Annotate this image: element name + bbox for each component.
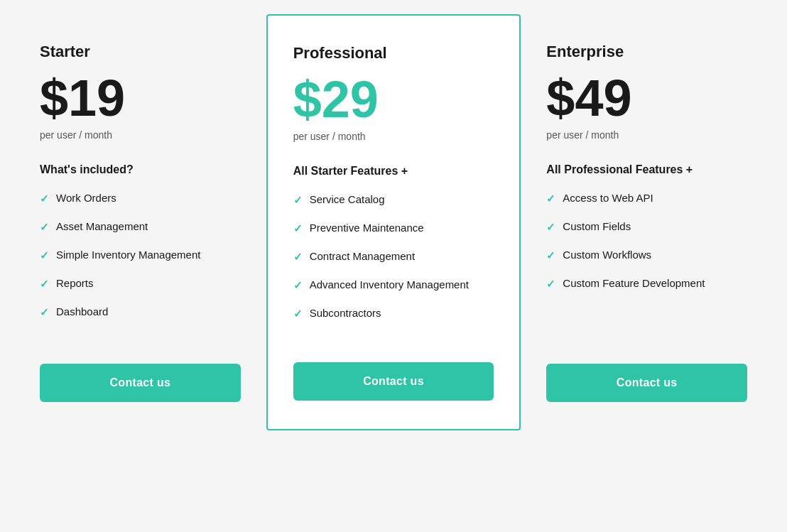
plan-price-unit-starter: per user / month bbox=[40, 129, 241, 141]
list-item: ✓Custom Workflows bbox=[546, 247, 747, 263]
feature-label: Contract Management bbox=[310, 249, 415, 264]
plan-card-enterprise: Enterprise$49per user / monthAll Profess… bbox=[521, 14, 773, 430]
features-list-enterprise: ✓Access to Web API✓Custom Fields✓Custom … bbox=[546, 190, 747, 335]
contact-button-enterprise[interactable]: Contact us bbox=[546, 364, 747, 402]
features-list-professional: ✓Service Catalog✓Preventive Maintenance✓… bbox=[293, 192, 494, 334]
checkmark-icon: ✓ bbox=[40, 191, 49, 206]
checkmark-icon: ✓ bbox=[293, 249, 303, 264]
list-item: ✓Reports bbox=[40, 276, 241, 291]
checkmark-icon: ✓ bbox=[40, 219, 49, 234]
checkmark-icon: ✓ bbox=[546, 276, 555, 291]
plan-price-unit-professional: per user / month bbox=[293, 131, 494, 142]
feature-label: Reports bbox=[56, 276, 94, 291]
list-item: ✓Advanced Inventory Management bbox=[293, 277, 494, 293]
checkmark-icon: ✓ bbox=[40, 305, 49, 320]
features-heading-starter: What's included? bbox=[40, 163, 241, 176]
features-list-starter: ✓Work Orders✓Asset Management✓Simple Inv… bbox=[40, 190, 241, 335]
plan-card-starter: Starter$19per user / monthWhat's include… bbox=[14, 14, 266, 430]
list-item: ✓Contract Management bbox=[293, 249, 494, 264]
checkmark-icon: ✓ bbox=[293, 278, 303, 293]
plan-name-enterprise: Enterprise bbox=[546, 43, 747, 61]
feature-label: Service Catalog bbox=[310, 192, 385, 207]
feature-label: Preventive Maintenance bbox=[310, 220, 424, 235]
feature-label: Access to Web API bbox=[563, 190, 653, 205]
feature-label: Advanced Inventory Management bbox=[310, 277, 469, 292]
list-item: ✓Subcontractors bbox=[293, 305, 494, 321]
list-item: ✓Asset Management bbox=[40, 219, 241, 234]
checkmark-icon: ✓ bbox=[293, 192, 303, 207]
plan-price-starter: $19 bbox=[40, 72, 241, 124]
checkmark-icon: ✓ bbox=[293, 306, 303, 321]
feature-label: Custom Workflows bbox=[563, 247, 651, 262]
checkmark-icon: ✓ bbox=[546, 219, 555, 234]
checkmark-icon: ✓ bbox=[546, 248, 555, 263]
plan-name-starter: Starter bbox=[40, 43, 241, 61]
feature-label: Custom Feature Development bbox=[563, 276, 705, 291]
feature-label: Custom Fields bbox=[563, 219, 631, 234]
list-item: ✓Service Catalog bbox=[293, 192, 494, 207]
list-item: ✓Custom Feature Development bbox=[546, 276, 747, 291]
contact-button-professional[interactable]: Contact us bbox=[293, 362, 494, 401]
feature-label: Work Orders bbox=[56, 190, 116, 205]
plan-name-professional: Professional bbox=[293, 44, 494, 63]
features-heading-professional: All Starter Features + bbox=[293, 165, 494, 178]
checkmark-icon: ✓ bbox=[40, 276, 49, 291]
list-item: ✓Custom Fields bbox=[546, 219, 747, 234]
list-item: ✓Simple Inventory Management bbox=[40, 247, 241, 263]
feature-label: Subcontractors bbox=[310, 305, 381, 320]
checkmark-icon: ✓ bbox=[40, 248, 49, 263]
plan-card-professional: Professional$29per user / monthAll Start… bbox=[266, 14, 521, 430]
contact-button-starter[interactable]: Contact us bbox=[40, 364, 241, 402]
list-item: ✓Access to Web API bbox=[546, 190, 747, 206]
plan-price-unit-enterprise: per user / month bbox=[546, 129, 747, 141]
feature-label: Asset Management bbox=[56, 219, 148, 234]
plan-price-professional: $29 bbox=[293, 74, 494, 125]
list-item: ✓Work Orders bbox=[40, 190, 241, 206]
plan-price-enterprise: $49 bbox=[546, 72, 747, 124]
feature-label: Simple Inventory Management bbox=[56, 247, 200, 262]
checkmark-icon: ✓ bbox=[546, 191, 555, 206]
feature-label: Dashboard bbox=[56, 304, 108, 319]
checkmark-icon: ✓ bbox=[293, 221, 303, 236]
list-item: ✓Dashboard bbox=[40, 304, 241, 320]
list-item: ✓Preventive Maintenance bbox=[293, 220, 494, 236]
pricing-container: Starter$19per user / monthWhat's include… bbox=[14, 14, 773, 430]
features-heading-enterprise: All Professional Features + bbox=[546, 163, 747, 176]
